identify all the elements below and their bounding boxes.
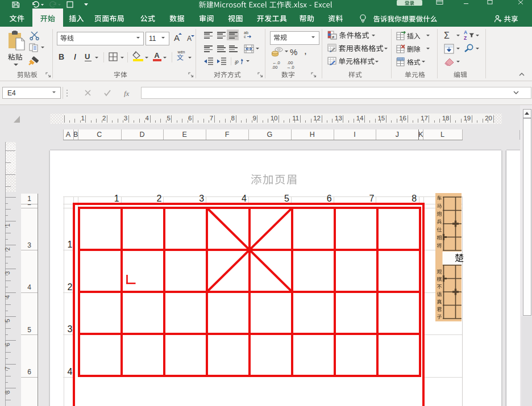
svg-text:→.0: →.0 (286, 65, 294, 69)
svg-text:ab: ab (244, 31, 248, 35)
svg-text:c: c (244, 35, 246, 39)
svg-text:fx: fx (124, 89, 130, 97)
svg-text:ab: ab (235, 58, 240, 66)
svg-text:≠: ≠ (332, 35, 335, 40)
svg-text:.00: .00 (272, 65, 277, 69)
svg-text:A: A (464, 30, 467, 35)
svg-text:Z: Z (464, 35, 467, 41)
